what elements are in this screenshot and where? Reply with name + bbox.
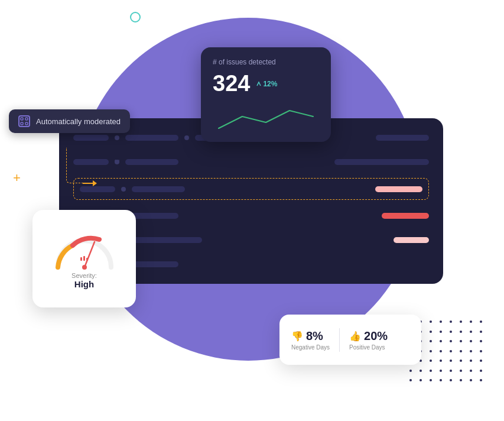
svg-rect-6	[80, 257, 82, 261]
pill	[80, 186, 115, 192]
days-divider	[339, 328, 340, 352]
svg-rect-2	[21, 122, 23, 125]
negative-days-label: Negative Days	[291, 344, 330, 351]
pill	[376, 135, 429, 141]
severity-value: High	[71, 279, 97, 289]
svg-rect-0	[21, 118, 23, 120]
pill	[73, 135, 109, 141]
dashboard-row-2	[73, 154, 429, 170]
scan-lines-icon	[20, 117, 28, 125]
pill	[132, 186, 185, 192]
status-pill-red	[382, 213, 429, 219]
negative-days-number: 👎 8%	[291, 329, 323, 343]
scan-icon	[18, 115, 30, 127]
issues-card-label: # of issues detected	[213, 58, 319, 66]
trend-arrow-icon	[256, 81, 262, 87]
scene: +	[0, 0, 504, 421]
pill	[334, 159, 429, 165]
issues-card: # of issues detected 324 12%	[201, 47, 331, 142]
svg-point-5	[82, 265, 87, 270]
gauge-chart	[52, 229, 117, 267]
issues-card-number: 324 12%	[213, 71, 319, 96]
dot	[115, 135, 119, 140]
dot	[121, 187, 126, 192]
issues-count: 324	[213, 71, 250, 96]
connector-line-v	[66, 148, 84, 183]
plus-icon: +	[13, 171, 21, 184]
thumbs-up-icon: 👍	[349, 331, 361, 342]
svg-line-4	[84, 242, 95, 267]
dashboard-row-highlighted	[73, 178, 429, 200]
days-card: 👎 8% Negative Days 👍 20% Positive Days	[279, 315, 421, 365]
severity-label: Severity:	[71, 272, 97, 279]
pill	[125, 135, 178, 141]
svg-rect-1	[25, 118, 28, 120]
issues-chart	[213, 105, 319, 137]
auto-moderated-badge: Automatically moderated	[9, 109, 130, 133]
dot	[184, 135, 189, 140]
svg-rect-3	[25, 122, 28, 125]
severity-card: Severity: High	[32, 210, 136, 307]
auto-moderated-label: Automatically moderated	[36, 117, 121, 126]
svg-rect-7	[83, 256, 85, 261]
status-pill-pink	[375, 186, 422, 192]
dot-double	[115, 160, 119, 164]
status-pill-light-pink	[394, 237, 429, 243]
thumbs-down-icon: 👎	[291, 331, 303, 342]
positive-days-section: 👍 20% Positive Days	[349, 329, 388, 351]
teal-circle-decoration	[130, 12, 141, 22]
pill	[125, 237, 202, 243]
pill	[125, 159, 178, 165]
issues-trend: 12%	[256, 80, 277, 88]
connector-arrow-head	[93, 180, 97, 186]
svg-rect-8	[86, 258, 88, 261]
trend-value: 12%	[263, 80, 277, 88]
positive-days-number: 👍 20%	[349, 329, 388, 343]
negative-days-section: 👎 8% Negative Days	[291, 329, 330, 351]
severity-label-group: Severity: High	[71, 272, 97, 289]
positive-days-label: Positive Days	[349, 344, 385, 351]
